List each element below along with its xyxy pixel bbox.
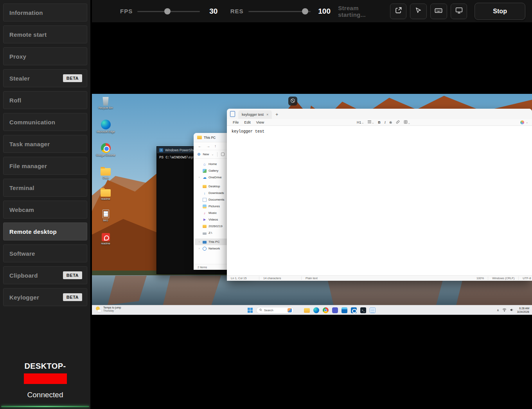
chevron-right-icon: › bbox=[199, 240, 201, 243]
heading-button[interactable]: H1⌄ bbox=[357, 120, 364, 124]
cursor-position: Ln 1, Col 15 bbox=[227, 276, 259, 280]
notepad-editor[interactable]: keylogger test bbox=[227, 126, 532, 275]
cursor-icon bbox=[415, 7, 422, 15]
cut-icon[interactable] bbox=[221, 152, 225, 156]
drive-icon bbox=[203, 232, 207, 235]
copilot-icon bbox=[520, 120, 524, 124]
display-button[interactable] bbox=[451, 4, 467, 19]
remote-desktop-stream[interactable]: Recycle Bin Microsoft Edge Google Chrome… bbox=[92, 94, 532, 315]
res-slider[interactable] bbox=[248, 8, 311, 15]
new-item-icon[interactable]: ⊕ bbox=[197, 152, 200, 156]
taskbar-weather-widget[interactable]: Temps to jump Thursday bbox=[96, 306, 121, 312]
start-button[interactable] bbox=[248, 308, 253, 313]
sidebar-item-task-manager[interactable]: Task manager bbox=[3, 135, 87, 153]
up-icon[interactable]: ↑ bbox=[214, 144, 216, 148]
notepad-status-left: Ln 1, Col 15 14 characters Plain text bbox=[227, 276, 322, 281]
sidebar-item-remote-start[interactable]: Remote start bbox=[3, 25, 87, 43]
list-button[interactable]: ⌄ bbox=[368, 120, 374, 124]
taskbar-outlook-icon[interactable] bbox=[351, 307, 357, 313]
sidebar-item-label: Rofl bbox=[9, 97, 21, 104]
res-slider-track[interactable] bbox=[248, 11, 311, 12]
taskbar-notepad-icon[interactable] bbox=[370, 307, 376, 313]
desktop-icon-folder-2[interactable]: readme bbox=[94, 188, 117, 201]
menu-view[interactable]: View bbox=[253, 120, 267, 124]
desktop-icon-edge[interactable]: Microsoft Edge bbox=[94, 120, 117, 133]
sidebar-item-label: Terminal bbox=[9, 185, 34, 191]
taskbar-edge-icon[interactable] bbox=[313, 307, 319, 313]
sidebar-item-information[interactable]: Information bbox=[3, 4, 87, 22]
sidebar-item-stealer[interactable]: StealerBETA bbox=[3, 69, 87, 87]
notepad-titlebar[interactable]: keylogger test × + bbox=[227, 109, 532, 119]
tray-chevron-up-icon[interactable]: ∧ bbox=[497, 309, 499, 312]
sidebar-item-rofl[interactable]: Rofl bbox=[3, 91, 87, 109]
chevron-down-icon: ⌄ bbox=[362, 121, 364, 124]
popout-button[interactable] bbox=[390, 4, 407, 19]
chevron-down-icon: ⌄ bbox=[526, 121, 528, 124]
fps-slider[interactable] bbox=[137, 8, 200, 15]
camera-blocked-icon bbox=[290, 98, 295, 105]
notepad-status-right: 100% Windows (CRLF) UTF-8 bbox=[473, 276, 532, 281]
pdf-icon bbox=[102, 233, 110, 241]
sidebar-item-label: Remote desktop bbox=[9, 228, 57, 235]
fps-slider-thumb[interactable] bbox=[164, 8, 171, 14]
taskbar-search[interactable]: Search bbox=[256, 307, 294, 314]
stop-button-label: Stop bbox=[493, 8, 507, 15]
strikethrough-button[interactable]: S bbox=[390, 120, 392, 124]
beta-badge: BETA bbox=[63, 74, 82, 82]
sidebar-item-remote-desktop[interactable]: Remote desktop bbox=[3, 222, 87, 240]
taskbar-chrome-icon[interactable] bbox=[323, 307, 329, 313]
menu-edit[interactable]: Edit bbox=[241, 120, 253, 124]
sidebar-item-proxy[interactable]: Proxy bbox=[3, 47, 87, 65]
fps-label: FPS bbox=[120, 8, 133, 14]
sidebar-item-keylogger[interactable]: KeyloggerBETA bbox=[3, 288, 87, 306]
cursor-control-button[interactable] bbox=[410, 4, 427, 19]
italic-button[interactable]: I bbox=[385, 120, 386, 124]
divider bbox=[217, 152, 217, 157]
notepad-window[interactable]: keylogger test × + File Edit View H1⌄ ⌄ … bbox=[227, 109, 532, 281]
zoom-level[interactable]: 100% bbox=[473, 276, 488, 280]
table-button[interactable]: ⌄ bbox=[404, 120, 410, 125]
new-button[interactable]: New bbox=[203, 152, 209, 156]
volume-icon[interactable] bbox=[510, 307, 514, 314]
sidebar-item-clipboard[interactable]: ClipboardBETA bbox=[3, 266, 87, 284]
back-icon[interactable]: ← bbox=[198, 144, 202, 148]
res-slider-thumb[interactable] bbox=[302, 8, 308, 14]
desktop-icon-document[interactable]: IMG bbox=[94, 210, 117, 222]
desktop-icon-label: IMG bbox=[103, 219, 108, 222]
weather-headline: Temps to jump bbox=[103, 306, 121, 309]
folder-icon bbox=[101, 168, 111, 176]
forward-icon[interactable]: → bbox=[206, 144, 210, 148]
taskbar-store-icon[interactable] bbox=[341, 307, 347, 313]
sidebar-item-software[interactable]: Software bbox=[3, 244, 87, 262]
taskbar-teams-icon[interactable] bbox=[332, 307, 338, 313]
link-button[interactable] bbox=[396, 120, 400, 125]
notepad-tab[interactable]: keylogger test × bbox=[238, 110, 272, 119]
taskbar-clock[interactable]: 6:28 AM 3/24/2026 bbox=[517, 307, 529, 314]
taskbar-terminal-icon[interactable]: >_ bbox=[360, 307, 366, 313]
desktop-icon-folder-1[interactable]: Data bbox=[94, 167, 117, 179]
chevron-right-icon: › bbox=[199, 176, 201, 179]
desktop-icon-pdf[interactable]: readme bbox=[94, 232, 117, 245]
taskbar-file-explorer-icon[interactable] bbox=[304, 308, 310, 313]
sidebar-item-file-manager[interactable]: File manager bbox=[3, 157, 87, 175]
network-icon[interactable] bbox=[502, 307, 507, 314]
bold-button[interactable]: B bbox=[378, 120, 381, 124]
stop-button[interactable]: Stop bbox=[474, 3, 525, 20]
copilot-button[interactable]: ⌄ bbox=[520, 120, 528, 124]
desktop-icon-chrome[interactable]: Google Chrome bbox=[94, 143, 117, 157]
menu-file[interactable]: File bbox=[230, 120, 241, 124]
keyboard-control-button[interactable] bbox=[430, 4, 447, 19]
connection-footer: DESKTOP- Connected bbox=[0, 362, 90, 409]
fps-value: 30 bbox=[205, 7, 223, 16]
weather-icon bbox=[96, 307, 101, 312]
sidebar-item-terminal[interactable]: Terminal bbox=[3, 179, 87, 197]
new-tab-button[interactable]: + bbox=[275, 112, 278, 117]
sidebar-item-webcam[interactable]: Webcam bbox=[3, 201, 87, 219]
chrome-icon bbox=[101, 143, 111, 153]
sidebar-item-label: Task manager bbox=[9, 141, 50, 147]
desktop-icon-recycle-bin[interactable]: Recycle Bin bbox=[94, 97, 117, 109]
monitor-icon bbox=[455, 6, 463, 16]
sidebar-item-communication[interactable]: Communication bbox=[3, 113, 87, 131]
documents-icon bbox=[203, 198, 207, 202]
tab-close-icon[interactable]: × bbox=[266, 113, 268, 117]
